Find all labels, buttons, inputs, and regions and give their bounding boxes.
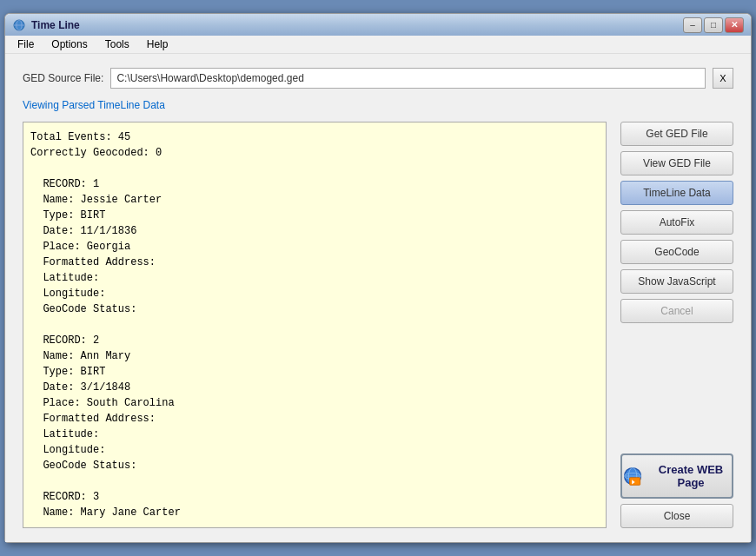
spacer (620, 328, 733, 448)
geocode-button[interactable]: GeoCode (620, 240, 733, 264)
maximize-button[interactable]: □ (704, 17, 723, 33)
viewing-parsed-link[interactable]: Viewing Parsed TimeLine Data (23, 99, 733, 111)
content-area: GED Source File: X Viewing Parsed TimeLi… (5, 54, 751, 542)
menu-bar: File Options Tools Help (5, 36, 751, 54)
button-panel: Get GED File View GED File TimeLine Data… (620, 122, 733, 528)
create-web-label: Create WEB Page (650, 463, 732, 489)
window-title: Time Line (31, 19, 683, 31)
close-button[interactable]: Close (620, 504, 733, 528)
create-web-page-button[interactable]: Create WEB Page (620, 453, 733, 499)
source-file-label: GED Source File: (23, 72, 103, 84)
clear-source-button[interactable]: X (713, 68, 733, 89)
title-bar: Time Line – □ ✕ (5, 14, 751, 36)
get-ged-button[interactable]: Get GED File (620, 122, 733, 146)
menu-help[interactable]: Help (138, 36, 177, 52)
autofix-button[interactable]: AutoFix (620, 210, 733, 235)
window-controls: – □ ✕ (683, 17, 744, 33)
main-row: Total Events: 45 Correctly Geocoded: 0 R… (23, 122, 733, 528)
main-window: Time Line – □ ✕ File Options Tools Help … (4, 13, 752, 543)
show-javascript-button[interactable]: Show JavaScript (620, 269, 733, 294)
view-ged-button[interactable]: View GED File (620, 151, 733, 175)
svg-rect-7 (630, 478, 640, 486)
menu-options[interactable]: Options (43, 36, 96, 52)
globe-icon (622, 464, 643, 488)
menu-file[interactable]: File (9, 36, 43, 52)
source-file-row: GED Source File: X (23, 68, 733, 89)
menu-tools[interactable]: Tools (96, 36, 138, 52)
window-close-button[interactable]: ✕ (725, 17, 744, 33)
text-panel[interactable]: Total Events: 45 Correctly Geocoded: 0 R… (23, 122, 607, 528)
app-icon (12, 18, 26, 32)
minimize-button[interactable]: – (683, 17, 702, 33)
source-file-input[interactable] (110, 68, 706, 89)
cancel-button[interactable]: Cancel (620, 299, 733, 323)
timeline-data-button[interactable]: TimeLine Data (620, 181, 733, 205)
